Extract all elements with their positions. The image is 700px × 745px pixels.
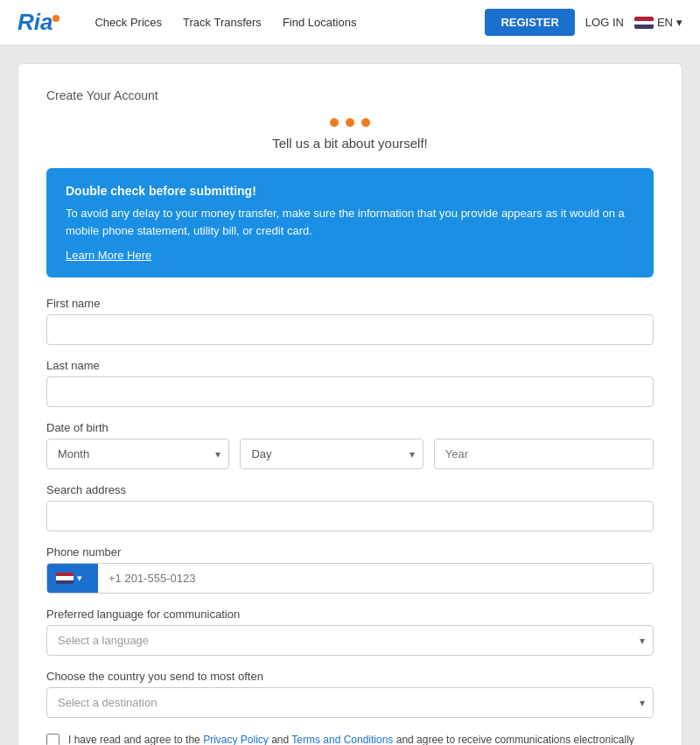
card-subtitle: Tell us a bit about yourself! (46, 136, 654, 151)
login-button[interactable]: LOG IN (585, 16, 624, 29)
step-dot-2 (346, 118, 354, 127)
nav-track-transfers[interactable]: Track Transfers (183, 16, 262, 29)
info-box-title: Double check before submitting! (66, 184, 634, 198)
step-dot-3 (361, 118, 370, 127)
year-input[interactable] (434, 439, 654, 469)
language-label: Preferred language for communication (46, 608, 654, 621)
month-select[interactable]: Month JanuaryFebruaryMarch AprilMayJune … (46, 439, 229, 469)
phone-row: ▾ (46, 563, 654, 594)
dob-row: Month JanuaryFebruaryMarch AprilMayJune … (46, 439, 654, 469)
step-dot-1 (330, 118, 339, 127)
language-group: Preferred language for communication Sel… (46, 608, 654, 656)
terms-text: I have read and agree to the Privacy Pol… (68, 732, 654, 745)
phone-group: Phone number ▾ (46, 545, 654, 594)
first-name-label: First name (46, 297, 654, 310)
info-box: Double check before submitting! To avoid… (46, 168, 654, 278)
dob-label: Date of birth (46, 421, 654, 434)
phone-country-button[interactable]: ▾ (47, 564, 98, 593)
page-background: Create Your Account Tell us a bit about … (0, 46, 700, 745)
nav-right: REGISTER LOG IN EN ▾ (485, 9, 682, 36)
last-name-label: Last name (46, 359, 654, 372)
phone-input[interactable] (98, 564, 653, 593)
terms-checkbox[interactable] (46, 734, 60, 745)
nav-find-locations[interactable]: Find Locations (283, 16, 357, 29)
language-select[interactable]: Select a language English Spanish French (46, 625, 654, 656)
address-label: Search address (46, 483, 654, 496)
language-select-wrap: Select a language English Spanish French… (46, 625, 654, 656)
destination-select-wrap: Select a destination Mexico Philippines … (46, 687, 654, 718)
flag-icon (634, 17, 654, 29)
destination-label: Choose the country you send to most ofte… (46, 670, 654, 683)
nav-links: Check Prices Track Transfers Find Locati… (94, 16, 464, 29)
first-name-group: First name (46, 297, 654, 345)
destination-select[interactable]: Select a destination Mexico Philippines … (46, 687, 654, 718)
learn-more-link[interactable]: Learn More Here (66, 249, 151, 262)
privacy-policy-link[interactable]: Privacy Policy (203, 734, 269, 745)
address-group: Search address (46, 483, 654, 531)
day-select[interactable]: Day (240, 439, 423, 469)
year-select-wrap (434, 439, 654, 469)
dob-group: Date of birth Month JanuaryFebruaryMarch… (46, 421, 654, 469)
navbar: Ria Check Prices Track Transfers Find Lo… (0, 0, 700, 46)
info-box-body: To avoid any delay to your money transfe… (66, 205, 634, 239)
day-select-wrap: Day ▾ (240, 439, 423, 469)
first-name-input[interactable] (46, 314, 654, 345)
last-name-group: Last name (46, 359, 654, 407)
nav-check-prices[interactable]: Check Prices (94, 16, 162, 29)
last-name-input[interactable] (46, 376, 654, 407)
card-title: Create Your Account (46, 88, 654, 102)
month-select-wrap: Month JanuaryFebruaryMarch AprilMayJune … (46, 439, 229, 469)
terms-conditions-link[interactable]: Terms and Conditions (291, 734, 393, 745)
terms-checkbox-row: I have read and agree to the Privacy Pol… (46, 732, 654, 745)
phone-flag-icon (56, 573, 74, 584)
destination-group: Choose the country you send to most ofte… (46, 670, 654, 718)
logo[interactable]: Ria (18, 9, 60, 36)
logo-dot (52, 15, 60, 22)
address-input[interactable] (46, 501, 654, 531)
logo-text: Ria (18, 9, 52, 36)
register-button[interactable]: REGISTER (485, 9, 574, 36)
phone-label: Phone number (46, 545, 654, 559)
phone-chevron-icon: ▾ (77, 573, 82, 584)
language-selector[interactable]: EN ▾ (634, 16, 682, 29)
steps-dots (46, 118, 654, 127)
register-card: Create Your Account Tell us a bit about … (18, 63, 682, 745)
lang-code: EN (657, 16, 673, 29)
lang-chevron-icon: ▾ (676, 16, 682, 29)
